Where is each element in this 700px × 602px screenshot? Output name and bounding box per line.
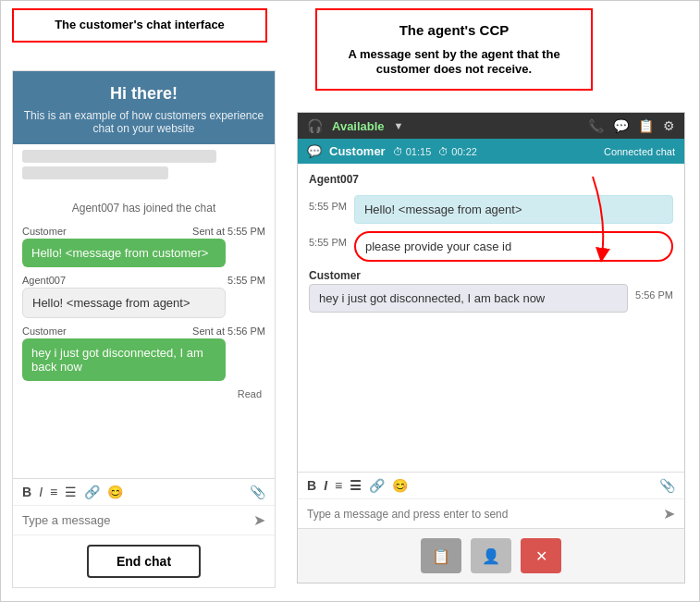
ccp-msg2-bubble: please provide your case id <box>354 231 673 262</box>
attach-icon[interactable]: 📎 <box>250 485 265 499</box>
system-message: Agent007 has joined the chat <box>22 198 265 218</box>
italic-icon[interactable]: I <box>39 485 43 499</box>
msg2-bubble: Hello! <message from agent> <box>22 288 226 318</box>
msg1-time: Sent at 5:55 PM <box>192 226 265 237</box>
emoji-icon[interactable]: 😊 <box>107 485 123 499</box>
agent-annotation-box: The agent's CCP A message sent by the ag… <box>315 8 593 91</box>
phone-icon[interactable]: 📞 <box>588 118 604 133</box>
ccp-emoji-icon[interactable]: 😊 <box>392 478 408 493</box>
chat-icon[interactable]: 💬 <box>613 118 629 133</box>
ccp-agent-name: Agent007 <box>309 173 673 186</box>
msg3-sender: Customer <box>22 326 67 337</box>
ccp-msg1-time: 5:55 PM <box>309 195 347 212</box>
customer-message-1: Customer Sent at 5:55 PM Hello! <message… <box>22 226 265 267</box>
customer-chat-body: Agent007 has joined the chat Customer Se… <box>13 189 275 478</box>
customer-message-2: Customer Sent at 5:56 PM hey i just got … <box>22 326 265 381</box>
customer-icon: 💬 <box>307 144 322 158</box>
ccp-action-btn-1[interactable]: 📋 <box>421 538 461 573</box>
ccp-status: Available <box>332 119 385 133</box>
ccp-msg2-time: 5:55 PM <box>309 231 347 248</box>
end-chat-button[interactable]: End chat <box>87 545 201 578</box>
ordered-list-icon[interactable]: ≡ <box>50 485 57 499</box>
customer-message-input[interactable] <box>22 513 248 527</box>
ccp-timer2: ⏱ 00:22 <box>438 146 477 157</box>
chevron-down-icon[interactable]: ▼ <box>394 120 404 131</box>
customer-annotation-box: The customer's chat interface <box>12 8 267 43</box>
msg2-time: 5:55 PM <box>227 275 265 286</box>
ccp-customer-msg: hey i just got disconnected, I am back n… <box>309 284 673 313</box>
ccp-customer-bubble: hey i just got disconnected, I am back n… <box>309 284 628 313</box>
end-chat-container: End chat <box>13 534 275 587</box>
msg2-sender: Agent007 <box>22 275 66 286</box>
ccp-message-input[interactable] <box>307 508 657 521</box>
ccp-agent-internal-msg: 5:55 PM please provide your case id <box>309 231 673 262</box>
ccp-link-icon[interactable]: 🔗 <box>369 478 385 493</box>
link-icon[interactable]: 🔗 <box>84 485 100 499</box>
ccp-italic-icon[interactable]: I <box>324 478 327 493</box>
msg1-bubble: Hello! <message from customer> <box>22 239 226 267</box>
ccp-connected-label: Connected chat <box>604 146 675 157</box>
ccp-customer-bar: 💬 Customer ⏱ 01:15 ⏱ 00:22 Connected cha… <box>298 139 684 164</box>
customer-annotation-text: The customer's chat interface <box>55 18 225 31</box>
customer-input-row: ➤ <box>13 505 275 534</box>
ccp-send-button[interactable]: ➤ <box>663 505 675 522</box>
ccp-msg1-bubble: Hello! <message from agent> <box>354 195 673 224</box>
ccp-customer-section-label: Customer <box>309 269 673 282</box>
agent-ccp-panel: 🎧 Available ▼ 📞 💬 📋 ⚙ 💬 Customer ⏱ 01:15… <box>297 112 685 584</box>
ccp-customer-name: Customer <box>329 144 386 158</box>
ccp-agent-msg-1: 5:55 PM Hello! <message from agent> <box>309 195 673 224</box>
unordered-list-icon[interactable]: ☰ <box>65 485 77 499</box>
ccp-bottom-buttons: 📋 👤 ✕ <box>298 528 684 583</box>
ccp-ordered-list-icon[interactable]: ≡ <box>335 478 342 493</box>
headset-icon: 🎧 <box>307 118 323 133</box>
customer-panel-header: Hi there! This is an example of how cust… <box>13 71 275 144</box>
msg3-time: Sent at 5:56 PM <box>192 326 265 337</box>
agent-message-1: Agent007 5:55 PM Hello! <message from ag… <box>22 275 265 318</box>
header-subtext: This is an example of how customers expe… <box>22 109 265 135</box>
ccp-unordered-list-icon[interactable]: ☰ <box>350 478 362 493</box>
ccp-bold-icon[interactable]: B <box>307 478 316 493</box>
customer-toolbar: B I ≡ ☰ 🔗 😊 📎 <box>13 478 275 505</box>
bold-icon[interactable]: B <box>22 485 31 499</box>
ccp-timer1: ⏱ 01:15 <box>393 146 432 157</box>
ccp-customer-section: Customer hey i just got disconnected, I … <box>309 269 673 313</box>
settings-icon[interactable]: ⚙ <box>663 118 675 133</box>
task-icon[interactable]: 📋 <box>638 118 654 133</box>
customer-chat-panel: Hi there! This is an example of how cust… <box>12 70 276 588</box>
ccp-action-btn-2[interactable]: 👤 <box>471 538 511 573</box>
ccp-customer-time: 5:56 PM <box>635 284 673 301</box>
send-button[interactable]: ➤ <box>253 511 265 529</box>
greeting-text: Hi there! <box>22 84 265 104</box>
ccp-toolbar: B I ≡ ☰ 🔗 😊 📎 <box>298 472 684 498</box>
ccp-topbar: 🎧 Available ▼ 📞 💬 📋 ⚙ <box>298 113 684 139</box>
ccp-chat-body: Agent007 5:55 PM Hello! <message from ag… <box>298 164 684 472</box>
read-label: Read <box>22 388 265 399</box>
msg3-bubble: hey i just got disconnected, I am back n… <box>22 338 226 381</box>
msg1-sender: Customer <box>22 226 67 237</box>
agent-annotation-title: The agent's CCP <box>330 21 578 40</box>
ccp-input-row: ➤ <box>298 498 684 528</box>
agent-annotation-sub: A message sent by the agent that the cus… <box>330 47 578 79</box>
ccp-attach-icon[interactable]: 📎 <box>659 478 675 493</box>
ccp-end-btn[interactable]: ✕ <box>521 538 561 573</box>
